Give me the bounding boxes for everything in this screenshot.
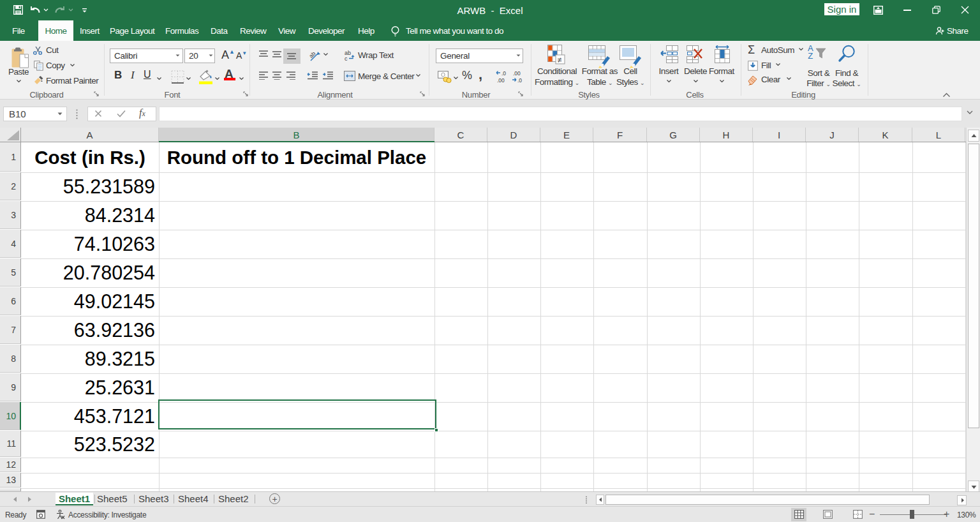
svg-text:ab: ab — [309, 50, 316, 59]
svg-text:c: c — [345, 56, 348, 61]
svg-text:.0: .0 — [517, 77, 522, 83]
svg-text:.00: .00 — [513, 70, 521, 77]
svg-text:≠: ≠ — [558, 56, 562, 64]
svg-text:.00: .00 — [497, 77, 505, 83]
svg-text:.0: .0 — [501, 70, 506, 77]
